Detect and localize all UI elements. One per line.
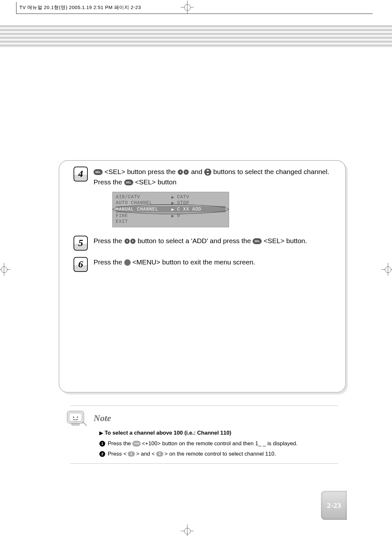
osd-label: MANUAL CHANNEL [116,207,171,212]
svg-marker-1 [186,171,187,173]
osd-label: EXIT [116,219,171,224]
svg-marker-3 [132,240,134,242]
note2-seg-c: > on the remote control to select channe… [165,450,276,458]
menu-icon [124,259,131,266]
step-6-seg-b: <MENU> button to exit the menu screen. [132,258,255,266]
step-5-seg-b: button to select a 'ADD' and press the [137,237,251,244]
osd-label: FINE [116,213,171,218]
crop-mark-left [0,263,10,276]
print-header-rule-horizontal [16,14,373,14]
note2-seg-a: Press < [108,450,126,458]
step-badge-4: 4 [74,167,88,181]
banner-stripes [0,25,392,48]
osd-arrow-icon: ▶ [171,207,175,212]
osd-row-fine: FINE ▶ 0 [116,213,226,219]
osd-value: 0 [175,213,226,218]
step-4-seg-b: and [191,168,202,175]
plus100-icon: +100 [132,441,141,447]
updown-arrow-icon [204,169,211,176]
osd-menu: AIR/CATV ▶ CATV AUTO CHANNEL ▶ STOP MANU… [112,192,229,227]
num1-icon: 1 [128,451,135,457]
tv-cartoon-icon [65,408,88,428]
note1-seg-b: <+100> button on the remote control and … [142,439,297,448]
step-badge-5: 5 [74,236,88,251]
svg-rect-8 [72,423,79,425]
page-number: 2-23 [327,501,341,510]
bullet-2-icon: 2 [99,451,105,457]
osd-row-aircatv: AIR/CATV ▶ CATV [116,194,226,200]
osd-label: AIR/CATV [116,194,171,200]
osd-value: CATV [175,194,226,200]
note-line-2: 2 Press < 1 > and < 0 > on the remote co… [99,450,338,458]
osd-label: AUTO CHANNEL [116,200,171,205]
step-5-seg-c: <SEL> button. [264,237,307,244]
svg-marker-0 [180,171,181,173]
osd-row-manualchannel: MANUAL CHANNEL ▶ C XX ADD [116,206,226,212]
osd-row-autochannel: AUTO CHANNEL ▶ STOP [116,200,226,206]
crop-mark-bottom [181,524,194,536]
svg-point-6 [73,417,74,418]
osd-arrow-icon: ▶ [171,200,175,206]
print-header-rule-vertical [16,2,16,14]
note-block: Note To select a channel above 100 (i.e.… [70,406,338,464]
osd-value: C XX ADD [175,207,226,212]
left-arrow-icon [178,170,183,175]
svg-point-7 [77,417,78,418]
right-arrow-icon [130,239,136,244]
osd-arrow-icon: ▶ [171,213,175,219]
note-line-1: 1 Press the +100 <+100> button on the re… [99,439,338,448]
page-number-tab: 2-23 [321,491,347,520]
crop-mark-right [381,263,392,276]
step-6-seg-a: Press the [94,258,122,266]
left-arrow-icon [125,239,130,244]
step-badge-6: 6 [74,257,88,272]
svg-marker-2 [126,240,127,242]
step-5-seg-a: Press the [94,237,122,244]
bullet-1-icon: 1 [99,441,105,447]
step-6: 6 Press the <MENU> button to exit the me… [74,257,332,272]
note1-seg-a: Press the [108,439,131,448]
note-rule-bottom [70,463,338,464]
note-body: To select a channel above 100 (i.e.: Cha… [70,429,338,463]
step-6-text: Press the <MENU> button to exit the menu… [94,257,332,267]
print-header: TV 매뉴얼 20.1형(영) 2005.1.19 2:51 PM 페이지 2-… [19,5,373,11]
sel-icon: SEL [253,238,262,244]
note2-seg-b: > and < [136,450,155,458]
note-header: Note [70,406,338,429]
crop-mark-top [181,1,194,14]
step-4-seg-a: <SEL> button press the [105,168,176,175]
sel-icon: SEL [124,180,133,185]
step-5: 5 Press the button to select a 'ADD' and… [74,236,332,251]
step-4-seg-d: <SEL> button [135,178,176,186]
note-title: Note [94,413,111,423]
sel-icon: SEL [94,169,103,175]
step-4: 4 SEL <SEL> button press the and buttons… [74,167,332,187]
osd-row-exit: EXIT [116,219,226,224]
step-4-text: SEL <SEL> button press the and buttons t… [94,167,332,187]
osd-arrow-icon: ▶ [171,194,175,200]
num0-icon: 0 [156,451,163,457]
right-arrow-icon [184,170,189,175]
step-5-text: Press the button to select a 'ADD' and p… [94,236,332,246]
note-subhead: To select a channel above 100 (i.e.: Cha… [99,430,338,436]
instruction-panel: 4 SEL <SEL> button press the and buttons… [59,160,346,393]
osd-value: STOP [175,200,226,205]
